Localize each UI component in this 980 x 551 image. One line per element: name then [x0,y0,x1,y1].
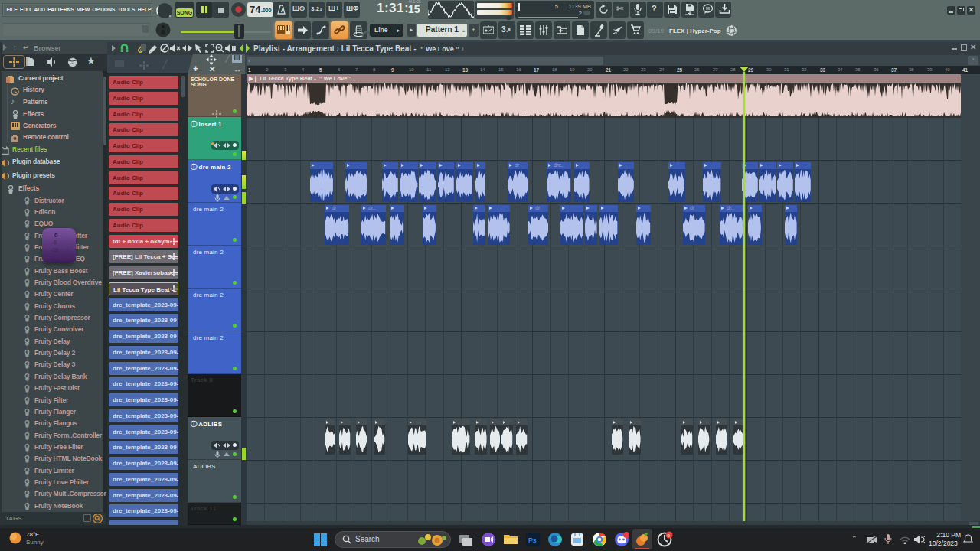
svg-text:Ps: Ps [528,536,537,544]
